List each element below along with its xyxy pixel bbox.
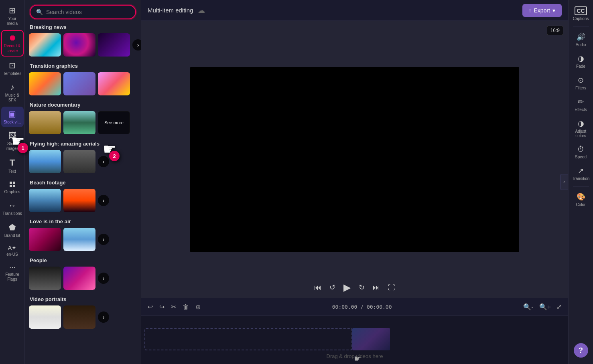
thumb-portraits-1[interactable] [29, 305, 61, 329]
right-panel-adjust-colors[interactable]: ◑ Adjust colors [570, 116, 592, 141]
sidebar-item-feature-flags[interactable]: ⋯ Feature Flags [1, 261, 24, 284]
skip-back-button[interactable]: ⏮ [314, 283, 321, 292]
right-panel-captions[interactable]: CC Captions [570, 3, 592, 24]
thumb-see-more[interactable]: See more [98, 111, 130, 134]
thumb-portraits-2[interactable] [63, 305, 95, 329]
sidebar-item-stock-videos[interactable]: ▣ Stock vi... [1, 107, 24, 127]
thumb-transition-3[interactable] [98, 72, 130, 95]
zoom-in-button[interactable]: 🔍+ [538, 301, 552, 312]
zoom-controls: 🔍- 🔍+ ⤢ [522, 301, 563, 312]
thumb-beach-2[interactable] [63, 189, 95, 212]
category-thumbnails-portraits: › [29, 305, 137, 329]
timeline-time: 00:00.00 / 00:00.00 [205, 304, 518, 310]
see-more-label[interactable]: See more [98, 111, 130, 134]
filters-label: Filters [575, 86, 586, 90]
search-input[interactable] [46, 9, 130, 15]
people-arrow-btn[interactable]: › [98, 273, 109, 284]
aerials-arrow-btn[interactable]: › [98, 156, 109, 167]
sidebar-item-stock-images[interactable]: 🖼 Stock images [1, 129, 24, 154]
thumb-love-1[interactable] [29, 228, 61, 251]
category-breaking-news: Breaking news › [29, 24, 137, 57]
fit-view-button[interactable]: ⤢ [555, 301, 563, 312]
category-nature-documentary: Nature documentary See more [29, 102, 137, 134]
beach-arrow-btn[interactable]: › [98, 195, 109, 206]
thumb-beach-1[interactable] [29, 189, 61, 212]
video-canvas [190, 67, 519, 252]
top-bar: Multi-item editing ☁ ↑ Export ▾ [141, 0, 568, 21]
right-panel-speed[interactable]: ⏱ Speed [570, 142, 592, 162]
stock-panel: 🔍 Breaking news › Transition graphics [25, 0, 141, 364]
category-title-love: Love is in the air [29, 218, 137, 224]
right-panel-audio[interactable]: 🔊 Audio [570, 29, 592, 50]
category-transition-graphics: Transition graphics [29, 63, 137, 95]
love-arrow-btn[interactable]: › [98, 234, 109, 245]
thumb-people-1[interactable] [29, 267, 61, 290]
play-button[interactable]: ▶ [343, 282, 351, 293]
search-bar[interactable]: 🔍 [30, 5, 136, 19]
sidebar-item-text[interactable]: T Text [1, 155, 24, 176]
fullscreen-button[interactable]: ⛶ [388, 283, 395, 292]
export-button[interactable]: ↑ Export ▾ [522, 4, 562, 17]
sidebar-item-brand-kit[interactable]: ⬟ Brand kit [1, 220, 24, 241]
right-panel-fade[interactable]: ◑ Fade [570, 51, 592, 72]
left-sidebar: ⊞ Your media ⏺ Record &create ⊡ Template… [0, 0, 25, 364]
thumb-nature-1[interactable] [29, 111, 61, 134]
save-frame-button[interactable]: ⊕ [194, 301, 202, 312]
color-label: Color [576, 202, 586, 207]
graphics-icon [8, 180, 16, 188]
captions-label: Captions [573, 16, 589, 21]
category-title-transition-graphics: Transition graphics [29, 63, 137, 69]
right-panel-color[interactable]: 🎨 Color [570, 189, 592, 210]
thumb-nature-2[interactable] [63, 111, 95, 134]
redo-button[interactable]: ↪ [158, 301, 166, 312]
drag-drop-label: Drag & drop videos here [327, 353, 383, 359]
undo-button[interactable]: ↩ [146, 301, 154, 312]
time-current: 00:00.00 [332, 304, 357, 310]
export-label: Export [534, 7, 550, 14]
sidebar-item-en-us[interactable]: A✦ en-US [1, 242, 24, 259]
rewind-button[interactable]: ↺ [329, 283, 335, 292]
sidebar-item-transitions[interactable]: ↔ Transitions [1, 198, 24, 218]
sidebar-item-your-media[interactable]: ⊞ Your media [1, 3, 24, 28]
category-thumbnails-beach: › [29, 189, 137, 212]
category-title-portraits: Video portraits [29, 296, 137, 302]
right-panel-filters[interactable]: ⊙ Filters [570, 73, 592, 93]
adjust-colors-label: Adjust colors [571, 129, 591, 138]
thumb-aerials-2[interactable] [63, 150, 95, 173]
thumb-breaking-2[interactable] [63, 33, 95, 57]
right-panel-effects[interactable]: ✏ Effects [570, 94, 592, 115]
skip-forward-button[interactable]: ⏭ [373, 283, 380, 292]
breaking-news-arrow-btn[interactable]: › [132, 39, 141, 51]
thumb-people-2[interactable] [63, 267, 95, 290]
right-panel-divider-1 [573, 26, 589, 27]
thumb-breaking-1[interactable] [29, 33, 61, 57]
sidebar-item-templates[interactable]: ⊡ Templates [1, 58, 24, 79]
category-title-beach: Beach footage [29, 180, 137, 186]
playback-controls: ⏮ ↺ ▶ ↻ ⏭ ⛶ [314, 282, 395, 293]
main-content: Multi-item editing ☁ ↑ Export ▾ 16:9 ⏮ ↺… [141, 0, 568, 364]
svg-rect-3 [13, 185, 15, 187]
right-panel-collapse-button[interactable]: ‹ [560, 174, 568, 190]
zoom-out-button[interactable]: 🔍- [522, 301, 535, 312]
transition-label: Transition [572, 176, 590, 181]
delete-button[interactable]: 🗑 [181, 302, 191, 312]
sidebar-item-graphics[interactable]: Graphics [1, 178, 24, 197]
export-icon: ↑ [529, 7, 532, 14]
forward-button[interactable]: ↻ [359, 283, 365, 292]
sidebar-item-music-sfx[interactable]: ♪ Music & SFX [1, 80, 24, 105]
portraits-arrow-btn[interactable]: › [98, 311, 109, 323]
thumb-transition-1[interactable] [29, 72, 61, 95]
thumb-love-2[interactable] [63, 228, 95, 251]
timeline-clip[interactable] [352, 328, 390, 350]
adjust-colors-icon: ◑ [578, 119, 584, 128]
category-title-people: People [29, 257, 137, 263]
time-separator: / [360, 304, 367, 310]
right-panel-transition[interactable]: ↗ Transition [570, 163, 592, 184]
help-button[interactable]: ? [574, 343, 588, 358]
thumb-transition-2[interactable] [63, 72, 95, 95]
transitions-icon: ↔ [8, 201, 16, 210]
cut-button[interactable]: ✂ [169, 301, 178, 312]
sidebar-item-record-create[interactable]: ⏺ Record &create [1, 30, 24, 57]
thumb-aerials-1[interactable] [29, 150, 61, 173]
thumb-breaking-3[interactable] [98, 33, 130, 57]
